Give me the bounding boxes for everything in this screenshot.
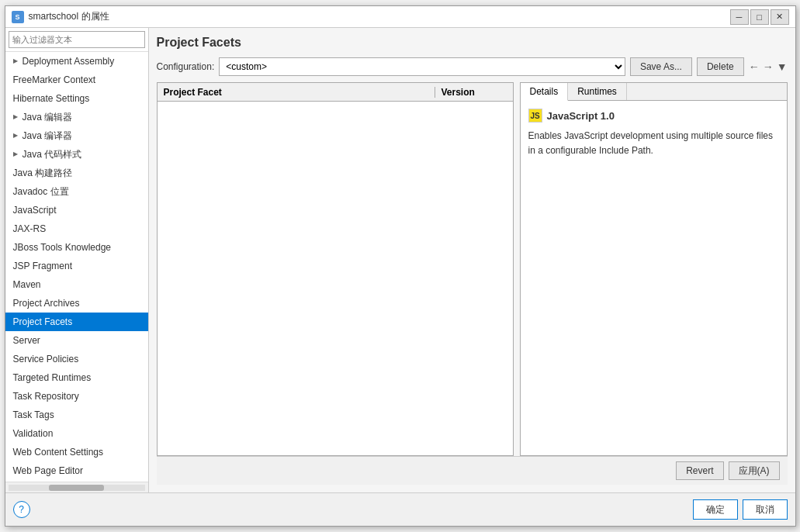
apply-button[interactable]: 应用(A) bbox=[729, 461, 780, 480]
configuration-select[interactable]: <custom> bbox=[219, 57, 625, 76]
configuration-label: Configuration: bbox=[157, 61, 215, 72]
nav-item-jboss-tools-knowledge[interactable]: JBoss Tools Knowledge bbox=[5, 238, 148, 257]
minimize-button[interactable]: ─ bbox=[730, 9, 749, 25]
js-icon: JS bbox=[528, 109, 542, 123]
maximize-button[interactable]: □ bbox=[750, 9, 769, 25]
nav-item-jax-rs[interactable]: JAX-RS bbox=[5, 219, 148, 238]
nav-item-java-构建路径[interactable]: Java 构建路径 bbox=[5, 164, 148, 182]
nav-item-task-repository[interactable]: Task Repository bbox=[5, 387, 148, 406]
details-title: JS JavaScript 1.0 bbox=[528, 109, 779, 123]
nav-item-project-archives[interactable]: Project Archives bbox=[5, 294, 148, 313]
search-input[interactable] bbox=[9, 31, 145, 48]
nav-back-icon[interactable]: ← bbox=[749, 60, 760, 73]
window-title: smartschool 的属性 bbox=[29, 10, 109, 23]
details-content: JS JavaScript 1.0 Enables JavaScript dev… bbox=[521, 101, 787, 455]
window-icon: S bbox=[12, 11, 24, 23]
nav-down-icon[interactable]: ▼ bbox=[777, 60, 788, 73]
nav-item-task-tags[interactable]: Task Tags bbox=[5, 406, 148, 424]
nav-scrollbar[interactable] bbox=[5, 482, 148, 492]
table-body bbox=[158, 102, 513, 455]
footer: ? 确定 取消 bbox=[5, 492, 795, 526]
details-tabs: Details Runtimes bbox=[521, 83, 787, 101]
save-as-button[interactable]: Save As... bbox=[630, 57, 692, 76]
nav-item-web-content-settings[interactable]: Web Content Settings bbox=[5, 443, 148, 461]
nav-item-java-编译器[interactable]: Java 编译器 bbox=[5, 126, 148, 145]
window-controls: ─ □ ✕ bbox=[730, 9, 789, 25]
nav-item-maven[interactable]: Maven bbox=[5, 275, 148, 294]
nav-item-java-代码样式[interactable]: Java 代码样式 bbox=[5, 145, 148, 164]
nav-item-jsp-fragment[interactable]: JSP Fragment bbox=[5, 257, 148, 275]
nav-item-javascript[interactable]: JavaScript bbox=[5, 201, 148, 219]
search-box bbox=[5, 28, 148, 52]
nav-scroll-track bbox=[9, 485, 145, 491]
revert-button[interactable]: Revert bbox=[676, 461, 723, 480]
toolbar-row: Configuration: <custom> Save As... Delet… bbox=[157, 57, 788, 76]
nav-item-project-facets[interactable]: Project Facets bbox=[5, 313, 148, 331]
nav-item-service-policies[interactable]: Service Policies bbox=[5, 350, 148, 368]
nav-item-validation[interactable]: Validation bbox=[5, 424, 148, 443]
nav-item-freemarker-context[interactable]: FreeMarker Context bbox=[5, 71, 148, 89]
nav-item-web-page-editor[interactable]: Web Page Editor bbox=[5, 461, 148, 480]
table-header: Project Facet Version bbox=[158, 83, 513, 102]
main-window: S smartschool 的属性 ─ □ ✕ Deployment Assem… bbox=[5, 5, 796, 527]
col-facet: Project Facet bbox=[158, 87, 435, 98]
col-version: Version bbox=[435, 87, 513, 98]
nav-scroll-thumb bbox=[49, 485, 103, 491]
ok-button[interactable]: 确定 bbox=[693, 499, 738, 520]
title-bar: S smartschool 的属性 ─ □ ✕ bbox=[5, 6, 795, 28]
details-title-text: JavaScript 1.0 bbox=[547, 110, 615, 122]
details-description: Enables JavaScript development using mul… bbox=[528, 129, 779, 158]
facets-container: Project Facet Version Details Runtimes bbox=[157, 82, 788, 456]
help-button[interactable]: ? bbox=[13, 501, 30, 518]
nav-item-server[interactable]: Server bbox=[5, 331, 148, 350]
nav-list: Deployment AssemblyFreeMarker ContextHib… bbox=[5, 52, 148, 482]
nav-item-targeted-runtimes[interactable]: Targeted Runtimes bbox=[5, 368, 148, 387]
delete-button[interactable]: Delete bbox=[697, 57, 744, 76]
content-area: Deployment AssemblyFreeMarker ContextHib… bbox=[5, 28, 795, 492]
nav-item-java-编辑器[interactable]: Java 编辑器 bbox=[5, 108, 148, 126]
right-panel: Project Facets Configuration: <custom> S… bbox=[149, 28, 795, 492]
close-button[interactable]: ✕ bbox=[771, 9, 789, 25]
cancel-button[interactable]: 取消 bbox=[743, 499, 788, 520]
facets-table: Project Facet Version bbox=[157, 82, 514, 456]
bottom-toolbar: Revert 应用(A) bbox=[157, 456, 788, 485]
page-title: Project Facets bbox=[157, 36, 788, 50]
tab-runtimes[interactable]: Runtimes bbox=[568, 83, 627, 100]
details-panel: Details Runtimes JS JavaScript 1.0 Enabl… bbox=[520, 82, 788, 456]
nav-forward-icon[interactable]: → bbox=[763, 60, 774, 73]
footer-right: 确定 取消 bbox=[693, 499, 788, 520]
left-panel: Deployment AssemblyFreeMarker ContextHib… bbox=[5, 28, 149, 492]
footer-left: ? bbox=[13, 501, 30, 518]
nav-item-deployment-assembly[interactable]: Deployment Assembly bbox=[5, 52, 148, 71]
nav-item-hibernate-settings[interactable]: Hibernate Settings bbox=[5, 89, 148, 108]
title-bar-left: S smartschool 的属性 bbox=[12, 10, 109, 23]
tab-details[interactable]: Details bbox=[521, 83, 569, 101]
nav-item-javadoc-位置[interactable]: Javadoc 位置 bbox=[5, 182, 148, 201]
